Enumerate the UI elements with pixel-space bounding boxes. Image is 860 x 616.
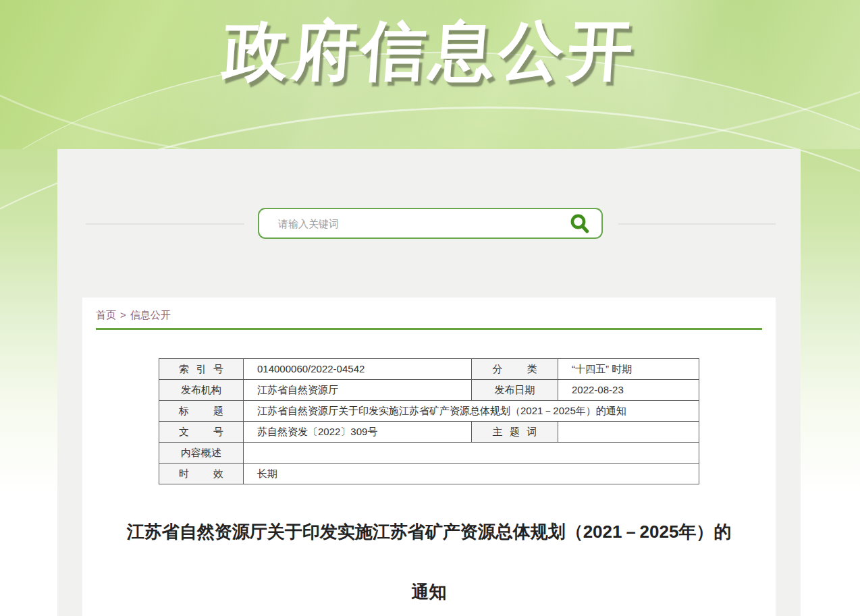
page: 政府信息公开 首页>信息公开 索引号 014000060/2022-04542 bbox=[0, 0, 860, 616]
divider-line-right bbox=[618, 223, 776, 225]
meta-label-subject-text: 主题词 bbox=[493, 422, 537, 442]
meta-label-category-text: 分类 bbox=[493, 359, 537, 379]
search-button[interactable] bbox=[568, 213, 592, 235]
document-title-line-1: 江苏省自然资源厅关于印发实施江苏省矿产资源总体规划（2021－2025年）的 bbox=[82, 502, 776, 562]
meta-label-validity: 时效 bbox=[159, 464, 244, 484]
meta-label-date: 发布日期 bbox=[472, 380, 558, 401]
meta-label-title-text: 标题 bbox=[179, 401, 223, 421]
meta-label-validity-text: 时效 bbox=[179, 464, 223, 484]
meta-label-docnum-text: 文号 bbox=[179, 422, 223, 442]
meta-value-date: 2022-08-23 bbox=[558, 380, 699, 401]
meta-value-validity: 长期 bbox=[244, 464, 699, 484]
meta-label-index-text: 索引号 bbox=[179, 359, 223, 379]
meta-label-title: 标题 bbox=[159, 401, 244, 422]
meta-value-summary bbox=[244, 443, 699, 464]
meta-label-category: 分类 bbox=[472, 359, 558, 380]
meta-label-subject: 主题词 bbox=[472, 422, 558, 443]
meta-label-agency: 发布机构 bbox=[159, 380, 244, 401]
meta-row-summary: 内容概述 bbox=[159, 443, 699, 464]
breadcrumb-section-link[interactable]: 信息公开 bbox=[130, 309, 171, 320]
meta-label-index: 索引号 bbox=[159, 359, 244, 380]
meta-row-title: 标题 江苏省自然资源厅关于印发实施江苏省矿产资源总体规划（2021－2025年）… bbox=[159, 401, 699, 422]
meta-label-agency-text: 发布机构 bbox=[181, 384, 221, 395]
meta-value-index: 014000060/2022-04542 bbox=[244, 359, 472, 380]
document-title-line-2: 通知 bbox=[82, 562, 776, 616]
meta-label-summary-text: 内容概述 bbox=[181, 447, 221, 458]
meta-label-date-text: 发布日期 bbox=[495, 384, 535, 395]
meta-label-docnum: 文号 bbox=[159, 422, 244, 443]
meta-row-agency-date: 发布机构 江苏省自然资源厅 发布日期 2022-08-23 bbox=[159, 380, 699, 401]
article-container: 首页>信息公开 索引号 014000060/2022-04542 分类 “十四五… bbox=[82, 298, 776, 616]
meta-row-docnum-subject: 文号 苏自然资发〔2022〕309号 主题词 bbox=[159, 422, 699, 443]
banner-title: 政府信息公开 bbox=[0, 8, 860, 93]
breadcrumb-home-link[interactable]: 首页 bbox=[96, 309, 116, 320]
breadcrumb: 首页>信息公开 bbox=[96, 298, 762, 330]
meta-value-category: “十四五” 时期 bbox=[558, 359, 699, 380]
meta-value-docnum: 苏自然资发〔2022〕309号 bbox=[244, 422, 472, 443]
meta-value-title: 江苏省自然资源厅关于印发实施江苏省矿产资源总体规划（2021－2025年）的通知 bbox=[244, 401, 699, 422]
document-title: 江苏省自然资源厅关于印发实施江苏省矿产资源总体规划（2021－2025年）的 通… bbox=[82, 502, 776, 616]
search-input[interactable] bbox=[278, 210, 548, 237]
meta-value-agency: 江苏省自然资源厅 bbox=[244, 380, 472, 401]
search-box bbox=[258, 208, 603, 239]
meta-value-subject bbox=[558, 422, 699, 443]
meta-row-index-category: 索引号 014000060/2022-04542 分类 “十四五” 时期 bbox=[159, 359, 699, 380]
search-icon bbox=[569, 213, 591, 235]
content-panel: 首页>信息公开 索引号 014000060/2022-04542 分类 “十四五… bbox=[57, 149, 801, 616]
meta-label-summary: 内容概述 bbox=[159, 443, 244, 464]
breadcrumb-separator: > bbox=[120, 309, 126, 320]
document-meta-table: 索引号 014000060/2022-04542 分类 “十四五” 时期 发布机… bbox=[159, 358, 699, 484]
divider-line-left bbox=[86, 223, 244, 225]
meta-row-validity: 时效 长期 bbox=[159, 464, 699, 484]
